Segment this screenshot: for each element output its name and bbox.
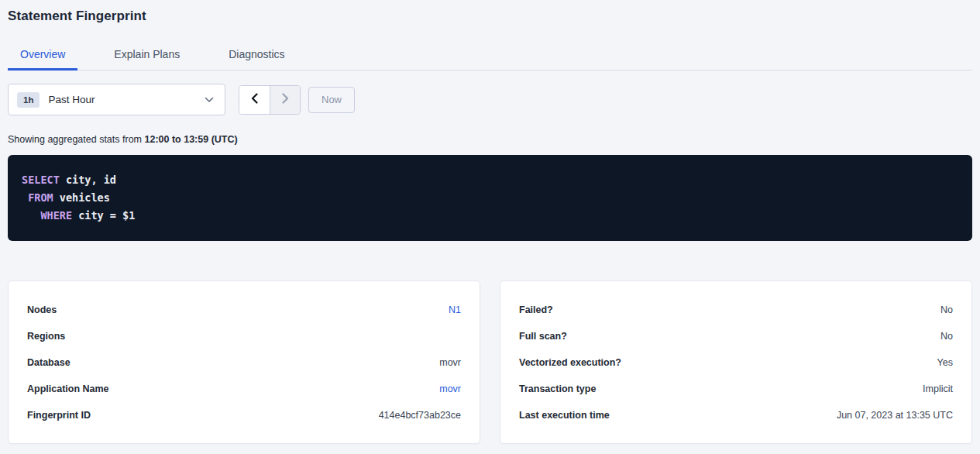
row-value: 414e4bcf73ab23ce	[379, 410, 461, 421]
application-name-link[interactable]: movr	[439, 383, 461, 394]
row-label: Nodes	[27, 304, 57, 315]
row-full-scan: Full scan? No	[519, 323, 953, 349]
row-label: Full scan?	[519, 331, 567, 342]
row-label: Regions	[27, 331, 65, 342]
row-regions: Regions	[27, 323, 461, 349]
row-application-name: Application Name movr	[27, 376, 461, 402]
row-value: Yes	[937, 357, 953, 368]
row-fingerprint-id: Fingerprint ID 414e4bcf73ab23ce	[27, 402, 461, 428]
chevron-left-icon	[251, 93, 258, 106]
row-label: Vectorized execution?	[519, 357, 621, 368]
row-label: Last execution time	[519, 410, 610, 421]
row-vectorized-execution: Vectorized execution? Yes	[519, 349, 953, 376]
row-nodes: Nodes N1	[27, 297, 461, 323]
row-value: Implicit	[923, 383, 953, 394]
sql-statement: SELECT city, id FROM vehicles WHERE city…	[22, 171, 958, 225]
next-time-button[interactable]	[270, 86, 300, 114]
summary-cards: Nodes N1 Regions Database movr Applicati…	[8, 280, 972, 444]
row-value: No	[940, 331, 953, 342]
sql-keyword: WHERE	[40, 209, 72, 222]
now-button[interactable]: Now	[308, 87, 355, 113]
row-label: Database	[27, 357, 70, 368]
row-value: movr	[439, 357, 461, 368]
sql-statement-box: SELECT city, id FROM vehicles WHERE city…	[8, 155, 972, 241]
time-controls: 1h Past Hour Now	[8, 84, 972, 115]
row-database: Database movr	[27, 349, 461, 376]
row-value: Jun 07, 2023 at 13:35 UTC	[837, 410, 953, 421]
stats-summary-prefix: Showing aggregated stats from	[8, 134, 145, 145]
sql-keyword: FROM	[28, 191, 53, 204]
chevron-down-icon	[205, 97, 214, 103]
chevron-right-icon	[282, 93, 289, 106]
statement-fingerprint-page: Statement Fingerprint Overview Explain P…	[0, 0, 980, 444]
aggregated-stats-summary: Showing aggregated stats from 12:00 to 1…	[8, 134, 972, 145]
previous-time-button[interactable]	[239, 86, 270, 114]
sql-keyword: SELECT	[22, 174, 60, 186]
row-transaction-type: Transaction type Implicit	[519, 376, 953, 402]
time-range-badge: 1h	[17, 92, 40, 108]
row-label: Application Name	[27, 383, 109, 394]
sql-text: city = $1	[72, 209, 135, 222]
time-step-buttons	[239, 85, 301, 115]
row-last-execution-time: Last execution time Jun 07, 2023 at 13:3…	[519, 402, 953, 428]
sql-line: WHERE city = $1	[22, 207, 958, 225]
tab-diagnostics[interactable]: Diagnostics	[216, 42, 297, 71]
sql-line: SELECT city, id	[22, 171, 958, 189]
tab-explain-plans[interactable]: Explain Plans	[101, 42, 192, 71]
tab-bar: Overview Explain Plans Diagnostics	[8, 42, 972, 71]
time-range-dropdown[interactable]: 1h Past Hour	[8, 84, 225, 115]
row-failed: Failed? No	[519, 297, 953, 323]
sql-text: vehicles	[53, 191, 110, 204]
page-title: Statement Fingerprint	[8, 0, 972, 24]
nodes-link[interactable]: N1	[449, 304, 461, 315]
sql-text: city, id	[60, 174, 116, 186]
row-label: Fingerprint ID	[27, 410, 91, 421]
sql-indent	[22, 209, 40, 222]
sql-indent	[22, 191, 28, 204]
execution-attributes-card: Failed? No Full scan? No Vectorized exec…	[500, 280, 972, 444]
sql-line: FROM vehicles	[22, 189, 958, 207]
time-range-label: Past Hour	[48, 94, 95, 105]
row-label: Transaction type	[519, 383, 596, 394]
row-label: Failed?	[519, 304, 553, 315]
statement-details-card: Nodes N1 Regions Database movr Applicati…	[8, 280, 480, 444]
tab-overview[interactable]: Overview	[8, 42, 77, 71]
stats-summary-range: 12:00 to 13:59 (UTC)	[145, 134, 238, 145]
row-value: No	[940, 304, 953, 315]
